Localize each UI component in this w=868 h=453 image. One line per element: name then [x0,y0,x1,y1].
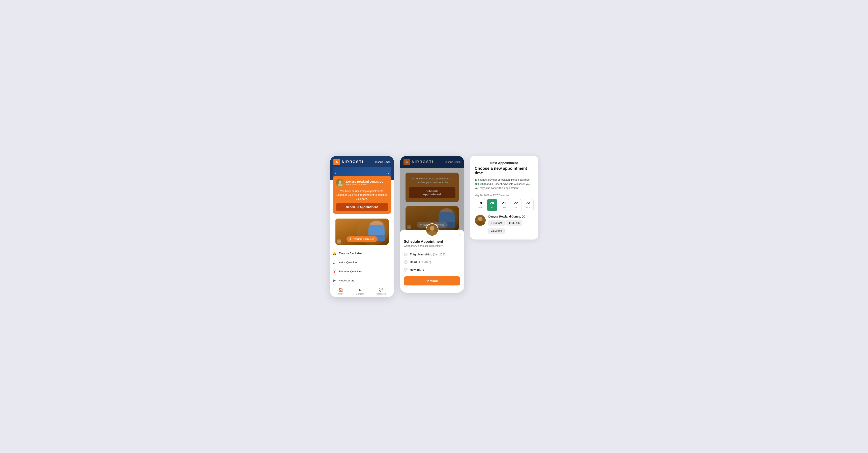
menu-label-video-library: Video Library [339,279,354,282]
date-cell-19[interactable]: 19 Thu [475,199,485,211]
day-num-19: 19 [476,201,484,205]
radio-new-injury-circle [404,268,407,272]
question-icon: ❓ [333,270,337,273]
nav-home-label: Home [338,293,344,295]
nav-exercises-label: Exercises [355,293,364,295]
day-name-19: Thu [478,206,482,209]
svg-point-0 [339,180,341,183]
exercises-icon: ▶ [359,288,362,292]
logo-text: AIRROSTI [341,160,364,164]
modal-sheet: × Schedule Appointment Which injury is t… [400,230,464,293]
day-num-23: 23 [524,201,532,205]
radio-option-head[interactable]: Head (Jun 2022) [404,258,460,266]
doctor-name-s1: Denyse Rowland-Jones, DC [346,180,383,183]
day-num-22: 22 [512,201,521,205]
modal-title: Schedule Appointment [404,239,460,244]
airrosti-logo-bar: AIRROSTI Joshua Smith [334,159,391,165]
description-text-1: To change provider or locaiton, please c… [475,178,524,181]
screen1-phone: AIRROSTI Joshua Smith ‹ › [330,155,394,298]
bell-icon: 🔔 [333,251,337,255]
no-appt-text: You have no upcoming appointments. Sched… [336,189,388,201]
provider-avatar [475,215,486,226]
menu-list-s1: 🔔 Exercise Reminders 💬 Ask a Question ❓ … [330,249,394,285]
screens-container: AIRROSTI Joshua Smith ‹ › [330,155,538,298]
modal-body: × Schedule Appointment Which injury is t… [400,236,464,289]
nav-messages-label: Messages [376,293,386,295]
date-row: 19 Thu 20 Fri 21 Sat 22 Sun 23 Mon [475,199,533,211]
bottom-nav-s1: 🏠 Home ▶ Exercises 💬 Messages [330,285,394,298]
carousel-prev-btn[interactable]: ‹ [335,171,336,175]
panel-title: Next Appointment [475,161,533,165]
home-icon: 🏠 [339,288,343,292]
provider-info: Denyse Rowland-Jones, DC 11:00 am 11:30 … [489,215,533,234]
date-cell-22[interactable]: 22 Sun [511,199,522,211]
airrosti-logo-icon [334,159,340,165]
play-icon: ▶ [333,279,337,282]
modal-close-btn[interactable]: × [459,233,461,237]
menu-label-ask-question: Ask a Question [339,261,357,264]
time-slot-1200[interactable]: 12:00 pm [489,228,504,234]
svg-point-4 [478,217,483,221]
schedule-appt-btn-s1[interactable]: Schedule Appointment [336,203,388,211]
day-name-22: Sun [514,206,518,209]
menu-label-exercise-reminders: Exercise Reminders [339,252,363,255]
panel-description: To change provider or locaiton, please c… [475,178,533,190]
doctor-avatar-s1 [336,179,344,187]
chat-icon: 💬 [333,260,337,264]
menu-item-ask-question[interactable]: 💬 Ask a Question [333,258,392,267]
user-name-s1: Joshua Smith [375,161,391,164]
doctor-row: Denyse Rowland-Jones, DC Location / Cred… [336,179,388,187]
continue-btn[interactable]: Continue [404,276,460,285]
day-name-20: Fri [491,206,493,209]
day-num-21: 21 [500,201,508,205]
radio-option-thigh[interactable]: Thigh/Hamstring (Jan 2022) [404,251,460,258]
date-cell-20[interactable]: 20 Fri [487,199,497,211]
radio-new-injury-label: New Injury [410,268,424,271]
provider-avatar-inner [475,215,486,226]
nav-messages[interactable]: 💬 Messages [376,288,386,295]
modal-subtitle: Which injury is this appointment for? [404,245,460,247]
date-cell-23[interactable]: 23 Mon [523,199,533,211]
radio-head-circle [404,260,407,264]
radio-head-label: Head (Jun 2022) [410,260,431,264]
menu-item-video-library[interactable]: ▶ Video Library [333,276,392,285]
time-slot-1100[interactable]: 11:00 am [489,220,504,226]
time-slot-1130[interactable]: 11:30 am [506,220,522,226]
date-label: May 20, 2022 — EDT Timezone [475,194,533,197]
day-name-21: Sat [502,206,506,209]
day-name-23: Mon [526,206,530,209]
panel-subtitle: Choose a new appointment time. [475,166,533,175]
exercise-card-s1: A ↻ Resume Exercises [336,219,389,245]
doctor-cred-s1: Location / Credentials [346,183,383,186]
resume-exercises-btn-s1[interactable]: ↻ Resume Exercises [346,236,377,242]
menu-item-exercise-reminders[interactable]: 🔔 Exercise Reminders [333,249,392,258]
airrosti-watermark-s1: A [337,239,341,244]
radio-thigh-circle [404,253,407,256]
resume-icon: ↻ [349,238,351,240]
nav-exercises[interactable]: ▶ Exercises [355,288,364,295]
panel3: Next Appointment Choose a new appointmen… [470,155,538,239]
nav-home[interactable]: 🏠 Home [338,288,344,295]
modal-doctor-avatar [426,223,438,236]
date-cell-21[interactable]: 21 Sat [499,199,509,211]
menu-label-faq: Frequent Questions [339,270,362,273]
screen2-phone: AIRROSTI Joshua Smith Schedule your next… [400,155,464,293]
logo-left: AIRROSTI [334,159,364,165]
messages-icon: 💬 [379,288,383,292]
modal-overlay: × Schedule Appointment Which injury is t… [400,155,464,293]
carousel-next-btn[interactable]: › [388,171,389,175]
doctor-info-s1: Denyse Rowland-Jones, DC Location / Cred… [346,180,383,186]
menu-item-faq[interactable]: ❓ Frequent Questions [333,267,392,276]
day-num-20: 20 [488,201,496,205]
time-slots: 11:00 am 11:30 am 12:00 pm [489,220,533,234]
provider-name: Denyse Rowland-Jones, DC [489,215,533,218]
svg-point-2 [430,226,434,230]
provider-row: Denyse Rowland-Jones, DC 11:00 am 11:30 … [475,215,533,234]
radio-option-new-injury[interactable]: New Injury [404,266,460,274]
appointment-card: Denyse Rowland-Jones, DC Location / Cred… [333,176,392,214]
radio-thigh-label: Thigh/Hamstring (Jan 2022) [410,253,446,256]
